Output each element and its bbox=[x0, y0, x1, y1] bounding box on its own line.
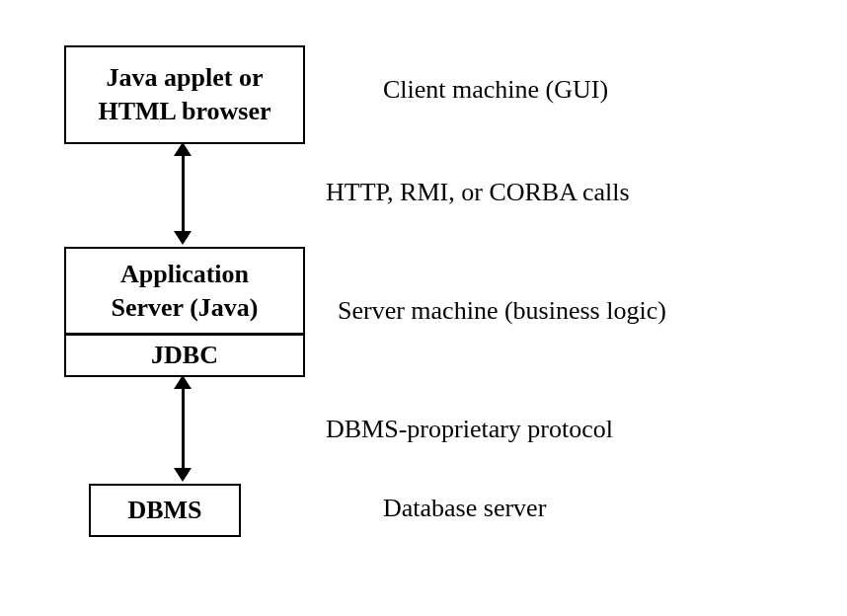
jdbc-label: JDBC bbox=[151, 339, 218, 372]
label-client-machine: Client machine (GUI) bbox=[383, 75, 608, 105]
arrow-shaft bbox=[182, 156, 185, 231]
arrow-shaft bbox=[182, 389, 185, 468]
client-box-line2: HTML browser bbox=[98, 95, 270, 128]
client-box-line1: Java applet or bbox=[107, 61, 264, 95]
appserver-line2: Server (Java) bbox=[112, 291, 259, 325]
label-server-machine: Server machine (business logic) bbox=[338, 296, 666, 326]
dbms-label: DBMS bbox=[127, 494, 201, 527]
arrow-head-up-icon bbox=[174, 142, 192, 156]
appserver-upper: Application Server (Java) bbox=[66, 249, 303, 336]
arrow-head-down-icon bbox=[174, 231, 192, 245]
appserver-line1: Application bbox=[120, 258, 249, 291]
label-http-calls: HTTP, RMI, or CORBA calls bbox=[326, 178, 630, 207]
label-dbms-protocol: DBMS-proprietary protocol bbox=[326, 415, 613, 444]
arrow-client-appserver bbox=[173, 142, 192, 245]
appserver-box: Application Server (Java) JDBC bbox=[64, 247, 305, 377]
client-box: Java applet or HTML browser bbox=[64, 45, 305, 144]
arrow-head-down-icon bbox=[174, 468, 192, 482]
dbms-box: DBMS bbox=[89, 484, 241, 537]
appserver-jdbc: JDBC bbox=[66, 336, 303, 375]
arrow-appserver-dbms bbox=[173, 375, 192, 482]
architecture-diagram: Java applet or HTML browser Application … bbox=[0, 0, 847, 616]
label-db-server: Database server bbox=[383, 494, 546, 523]
arrow-head-up-icon bbox=[174, 375, 192, 389]
